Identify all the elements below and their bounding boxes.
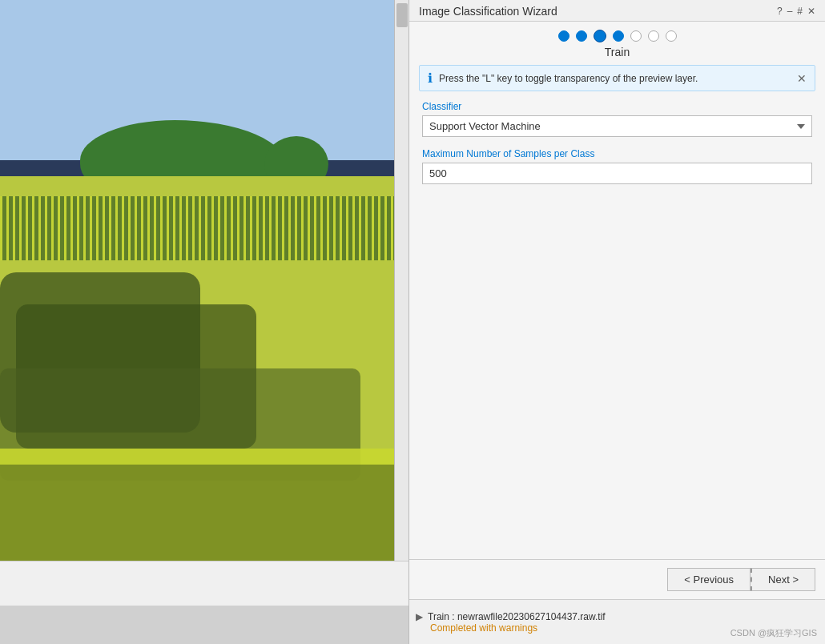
left-bottom-bar — [0, 561, 408, 606]
status-expand-icon[interactable]: ▶ — [416, 611, 423, 622]
wizard-title: Image Classification Wizard — [419, 5, 557, 18]
classified-image — [0, 0, 394, 561]
info-message: Press the "L" key to toggle transparency… — [439, 73, 698, 84]
previous-button[interactable]: < Previous — [667, 568, 751, 591]
wizard-panel: Image Classification Wizard ? – # ✕ Trai… — [408, 0, 825, 644]
status-row-1: ▶ Train : newrawfile20230627104437.raw.t… — [416, 611, 606, 622]
info-close-button[interactable]: ✕ — [797, 72, 807, 85]
info-banner: ℹ Press the "L" key to toggle transparen… — [419, 65, 815, 91]
samples-input[interactable] — [422, 163, 812, 184]
image-panel — [0, 0, 408, 644]
classifier-select[interactable]: Support Vector Machine Random Trees Maxi… — [422, 115, 812, 137]
step-dot-5 — [630, 30, 642, 42]
field-speckle-layer — [0, 196, 394, 260]
step-dot-3 — [594, 30, 606, 42]
status-warning-text: Completed with warnings — [430, 622, 537, 634]
wizard-footer: < Previous Next > — [409, 559, 825, 599]
field-dark-bottom — [0, 465, 394, 561]
progress-dots — [409, 22, 825, 46]
wizard-header: Image Classification Wizard ? – # ✕ — [409, 0, 825, 22]
status-row-2: Completed with warnings — [416, 622, 537, 634]
float-button[interactable]: # — [797, 6, 803, 17]
step-label: Train — [409, 46, 825, 65]
status-filename: Train : newrawfile20230627104437.raw.tif — [428, 611, 606, 622]
step-dot-7 — [666, 30, 677, 42]
close-button[interactable]: ✕ — [807, 6, 815, 17]
scrollbar[interactable] — [394, 0, 408, 561]
wizard-content: Classifier Support Vector Machine Random… — [409, 101, 825, 559]
step-dot-1 — [558, 30, 569, 42]
help-button[interactable]: ? — [777, 6, 783, 17]
wizard-controls: ? – # ✕ — [777, 6, 815, 17]
next-button[interactable]: Next > — [751, 568, 815, 591]
pin-button[interactable]: – — [787, 6, 793, 17]
info-icon: ℹ — [428, 70, 433, 86]
samples-field-group: Maximum Number of Samples per Class — [422, 148, 812, 184]
step-dot-6 — [648, 30, 659, 42]
watermark: CSDN @疯狂学习GIS — [730, 627, 817, 639]
classifier-field-group: Classifier Support Vector Machine Random… — [422, 101, 812, 137]
step-dot-4 — [613, 30, 624, 42]
classifier-label: Classifier — [422, 101, 812, 112]
scrollbar-thumb[interactable] — [396, 3, 408, 27]
samples-label: Maximum Number of Samples per Class — [422, 148, 812, 159]
step-dot-2 — [576, 30, 587, 42]
